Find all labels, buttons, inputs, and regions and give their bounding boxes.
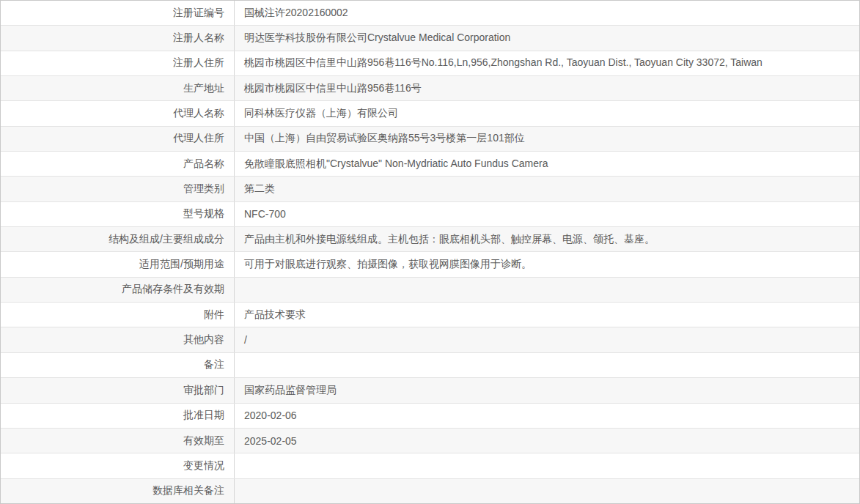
row-label: 产品名称: [1, 152, 235, 176]
table-row: 产品储存条件及有效期: [1, 278, 859, 303]
row-label: 产品储存条件及有效期: [1, 278, 235, 302]
table-row: 管理类别 第二类: [1, 177, 859, 201]
row-label: 其他内容: [1, 327, 235, 352]
table-row: 适用范围/预期用途 可用于对眼底进行观察、拍摄图像，获取视网膜图像用于诊断。: [1, 252, 859, 277]
row-value: 2020-02-06: [235, 410, 859, 421]
table-row: 注册人名称 明达医学科技股份有限公司Crystalvue Medical Cor…: [1, 26, 859, 51]
row-label: 审批部门: [1, 378, 235, 402]
row-value: 免散瞳眼底照相机"Crystalvue" Non-Mydriatic Auto …: [235, 158, 859, 171]
table-row: 产品名称 免散瞳眼底照相机"Crystalvue" Non-Mydriatic …: [1, 152, 859, 177]
table-row: 附件 产品技术要求: [1, 303, 859, 327]
row-label: 生产地址: [1, 76, 235, 100]
table-row: 型号规格 NFC-700: [1, 202, 859, 227]
row-value: 可用于对眼底进行观察、拍摄图像，获取视网膜图像用于诊断。: [235, 258, 859, 271]
row-value: 2025-02-05: [235, 435, 859, 447]
row-value: 同科林医疗仪器（上海）有限公司: [235, 107, 859, 120]
table-row: 变更情况: [1, 453, 859, 478]
table-row: 结构及组成/主要组成成分 产品由主机和外接电源线组成。主机包括：眼底相机头部、触…: [1, 227, 859, 252]
table-row: 其他内容 /: [1, 327, 859, 352]
table-row: 批准日期 2020-02-06: [1, 404, 859, 429]
row-label: 数据库相关备注: [1, 479, 235, 503]
row-value: 桃园市桃园区中信里中山路956巷116号: [235, 82, 859, 95]
row-label: 有效期至: [1, 429, 235, 453]
row-label: 管理类别: [1, 177, 235, 201]
row-label: 批准日期: [1, 404, 235, 428]
table-row: 数据库相关备注: [1, 479, 859, 503]
row-value: /: [235, 334, 859, 346]
table-row: 代理人住所 中国（上海）自由贸易试验区奥纳路55号3号楼第一层101部位: [1, 127, 859, 152]
row-value: 产品技术要求: [235, 308, 859, 322]
row-label: 适用范围/预期用途: [1, 252, 235, 276]
row-value: 桃园市桃园区中信里中山路956巷116号No.116,Ln,956,Zhongs…: [235, 56, 859, 70]
table-row: 代理人名称 同科林医疗仪器（上海）有限公司: [1, 101, 859, 126]
row-value: 明达医学科技股份有限公司Crystalvue Medical Corporati…: [235, 32, 859, 45]
row-label: 注册人名称: [1, 26, 235, 50]
table-row: 注册人住所 桃园市桃园区中信里中山路956巷116号No.116,Ln,956,…: [1, 51, 859, 76]
row-label: 变更情况: [1, 453, 235, 478]
row-label: 备注: [1, 353, 235, 377]
row-value: NFC-700: [235, 208, 859, 220]
row-label: 代理人名称: [1, 101, 235, 125]
table-row: 生产地址 桃园市桃园区中信里中山路956巷116号: [1, 76, 859, 101]
row-label: 附件: [1, 303, 235, 327]
row-value: 中国（上海）自由贸易试验区奥纳路55号3号楼第一层101部位: [235, 132, 859, 145]
table-row: 注册证编号 国械注许20202160002: [1, 1, 859, 26]
row-value: 第二类: [235, 182, 859, 196]
table-row: 备注: [1, 353, 859, 378]
row-label: 注册人住所: [1, 51, 235, 75]
device-registration-table: 注册证编号 国械注许20202160002 注册人名称 明达医学科技股份有限公司…: [0, 0, 860, 504]
row-label: 注册证编号: [1, 1, 235, 25]
row-value: 国械注许20202160002: [235, 7, 859, 20]
table-row: 审批部门 国家药品监督管理局: [1, 378, 859, 403]
row-label: 代理人住所: [1, 127, 235, 151]
row-label: 结构及组成/主要组成成分: [1, 227, 235, 251]
row-value: 产品由主机和外接电源线组成。主机包括：眼底相机头部、触控屏幕、电源、颌托、基座。: [235, 233, 859, 246]
row-value: 国家药品监督管理局: [235, 384, 859, 397]
table-row: 有效期至 2025-02-05: [1, 429, 859, 453]
row-label: 型号规格: [1, 202, 235, 226]
